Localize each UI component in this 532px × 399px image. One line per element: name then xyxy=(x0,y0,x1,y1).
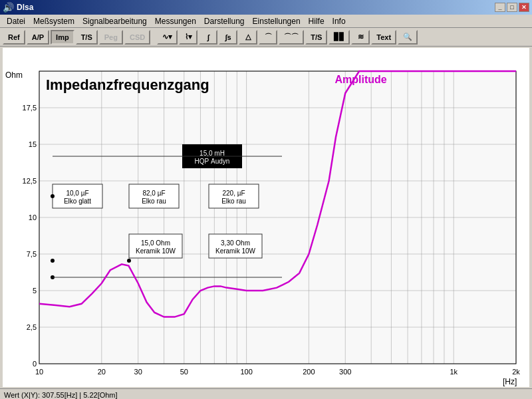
toolbar-ref[interactable]: Ref xyxy=(3,30,25,45)
window-controls: _ □ ✕ xyxy=(495,3,529,12)
menubar: Datei Meßsystem Signalbearbeitung Messun… xyxy=(0,15,532,28)
toolbar-ts[interactable]: T/S xyxy=(76,30,98,45)
toolbar-peg[interactable]: Peg xyxy=(99,30,123,45)
menu-info[interactable]: Info xyxy=(329,15,350,27)
toolbar-icon10[interactable]: ≋ xyxy=(351,30,370,45)
toolbar-icon9[interactable]: ▊▊ xyxy=(329,30,350,45)
close-button[interactable]: ✕ xyxy=(519,3,529,12)
toolbar-icon3[interactable]: ∫ xyxy=(199,30,217,45)
toolbar: Ref A/P Imp T/S Peg CSD ∿▾ ⌇▾ ∫ ∫s △ ⌒ ⌒… xyxy=(0,28,532,47)
titlebar: 🔊 Dlsa _ □ ✕ xyxy=(0,0,532,15)
menu-messungen[interactable]: Messungen xyxy=(151,15,200,27)
toolbar-icon8[interactable]: T/S xyxy=(305,30,327,45)
menu-signalbearbeitung[interactable]: Signalbearbeitung xyxy=(78,15,151,27)
impedance-chart xyxy=(3,48,529,387)
toolbar-icon7[interactable]: ⌒⌒ xyxy=(279,30,304,45)
status-text: Wert (X|Y): 307.55[Hz] | 5.22[Ohm] xyxy=(4,391,118,399)
menu-einstellungen[interactable]: Einstellungen xyxy=(249,15,305,27)
app-icon: 🔊 xyxy=(3,2,14,13)
menu-darstellung[interactable]: Darstellung xyxy=(200,15,249,27)
toolbar-icon6[interactable]: ⌒ xyxy=(259,30,277,45)
menu-hilfe[interactable]: Hilfe xyxy=(305,15,329,27)
toolbar-imp[interactable]: Imp xyxy=(51,30,74,45)
toolbar-csd[interactable]: CSD xyxy=(124,30,150,45)
minimize-button[interactable]: _ xyxy=(495,3,505,12)
app-title: Dlsa xyxy=(17,3,33,12)
toolbar-text[interactable]: Text xyxy=(371,30,396,45)
menu-messsystem[interactable]: Meßsystem xyxy=(29,15,78,27)
toolbar-search[interactable]: 🔍 xyxy=(398,30,418,45)
toolbar-icon4[interactable]: ∫s xyxy=(219,30,237,45)
menu-datei[interactable]: Datei xyxy=(3,15,29,27)
toolbar-icon5[interactable]: △ xyxy=(239,30,257,45)
toolbar-ap[interactable]: A/P xyxy=(27,30,49,45)
statusbar: Wert (X|Y): 307.55[Hz] | 5.22[Ohm] xyxy=(0,388,532,399)
toolbar-icon2[interactable]: ⌇▾ xyxy=(179,30,198,45)
titlebar-left: 🔊 Dlsa xyxy=(3,2,33,13)
maximize-button[interactable]: □ xyxy=(507,3,517,12)
chart-area xyxy=(3,48,529,387)
toolbar-icon1[interactable]: ∿▾ xyxy=(157,30,178,45)
